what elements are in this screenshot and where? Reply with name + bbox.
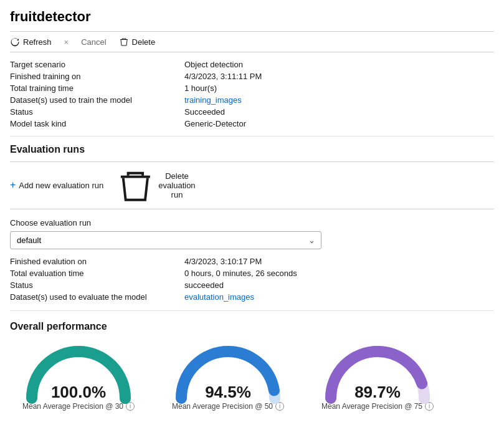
- delete-icon: [119, 37, 129, 47]
- gauge-wrapper: 89.7%: [321, 342, 434, 404]
- page-title: fruitdetector: [10, 9, 494, 25]
- delete-eval-icon: [116, 166, 155, 205]
- gauge-wrapper: 94.5%: [172, 342, 284, 404]
- evaluation-runs-section: Evaluation runs + Add new evaluation run…: [10, 144, 494, 209]
- eval-info-value[interactable]: evalutation_images: [184, 292, 494, 302]
- delete-button[interactable]: Delete: [119, 37, 156, 47]
- eval-info-value: 0 hours, 0 minutes, 26 seconds: [184, 269, 494, 278]
- delete-eval-label: Delete evaluation run: [158, 171, 196, 199]
- refresh-icon: [10, 37, 20, 47]
- model-info-label: Target scenario: [10, 60, 184, 69]
- model-info-grid: Target scenarioObject detectionFinished …: [10, 60, 494, 136]
- eval-info-label: Status: [10, 280, 184, 290]
- gauge-value: 100.0%: [22, 383, 135, 402]
- evaluation-run-dropdown-wrapper: default ⌄: [10, 231, 321, 249]
- toolbar-separator-1: ×: [64, 37, 69, 47]
- gauge-container: 89.7%Mean Average Precision @ 75i: [315, 342, 440, 411]
- model-info-value[interactable]: training_images: [184, 95, 494, 105]
- gauge-wrapper: 100.0%: [22, 342, 135, 404]
- model-info-label: Total training time: [10, 84, 184, 93]
- gauge-container: 100.0%Mean Average Precision @ 30i: [16, 342, 141, 411]
- gauge-value: 89.7%: [321, 383, 434, 402]
- delete-label: Delete: [132, 37, 156, 47]
- cancel-button[interactable]: Cancel: [81, 37, 106, 47]
- cancel-label: Cancel: [81, 37, 106, 47]
- add-eval-label: Add new evaluation run: [19, 181, 103, 190]
- main-toolbar: Refresh × Cancel Delete: [10, 31, 494, 52]
- choose-eval-label: Choose evaluation run: [10, 218, 494, 227]
- overall-performance-section: Overall performance 100.0%Mean Average P…: [10, 321, 494, 411]
- eval-info-value: succeeded: [184, 280, 494, 290]
- model-info-label: Finished training on: [10, 72, 184, 81]
- gauge-container: 94.5%Mean Average Precision @ 50i: [166, 342, 290, 411]
- model-info-value: Generic-Detector: [184, 119, 494, 128]
- model-info-value: Object detection: [184, 60, 494, 69]
- model-info-label: Dataset(s) used to train the model: [10, 95, 184, 105]
- eval-info-value: 4/3/2023, 3:10:17 PM: [184, 257, 494, 266]
- plus-icon: +: [10, 180, 16, 190]
- delete-evaluation-run-button[interactable]: Delete evaluation run: [116, 166, 196, 205]
- eval-info-label: Total evaluation time: [10, 269, 184, 278]
- eval-info-label: Finished evalution on: [10, 257, 184, 266]
- evaluation-runs-title: Evaluation runs: [10, 144, 494, 155]
- eval-info-label: Dataset(s) used to evaluate the model: [10, 292, 184, 302]
- evaluation-run-dropdown[interactable]: default: [10, 231, 321, 249]
- overall-performance-title: Overall performance: [10, 321, 494, 332]
- refresh-button[interactable]: Refresh: [10, 37, 52, 47]
- gauges-row: 100.0%Mean Average Precision @ 30i94.5%M…: [10, 342, 494, 411]
- add-evaluation-run-button[interactable]: + Add new evaluation run: [10, 180, 103, 190]
- model-info-value: 1 hour(s): [184, 84, 494, 93]
- evaluation-toolbar: + Add new evaluation run Delete evaluati…: [10, 161, 494, 209]
- svg-rect-0: [120, 39, 128, 40]
- eval-info-grid: Finished evalution on4/3/2023, 3:10:17 P…: [10, 257, 494, 311]
- gauge-value: 94.5%: [172, 383, 284, 402]
- model-info-label: Status: [10, 107, 184, 117]
- refresh-label: Refresh: [23, 37, 52, 47]
- model-info-value: Succeeded: [184, 107, 494, 117]
- model-info-label: Model task kind: [10, 119, 184, 128]
- svg-rect-1: [121, 176, 150, 178]
- model-info-value: 4/3/2023, 3:11:11 PM: [184, 72, 494, 81]
- choose-evaluation-section: Choose evaluation run default ⌄: [10, 218, 494, 249]
